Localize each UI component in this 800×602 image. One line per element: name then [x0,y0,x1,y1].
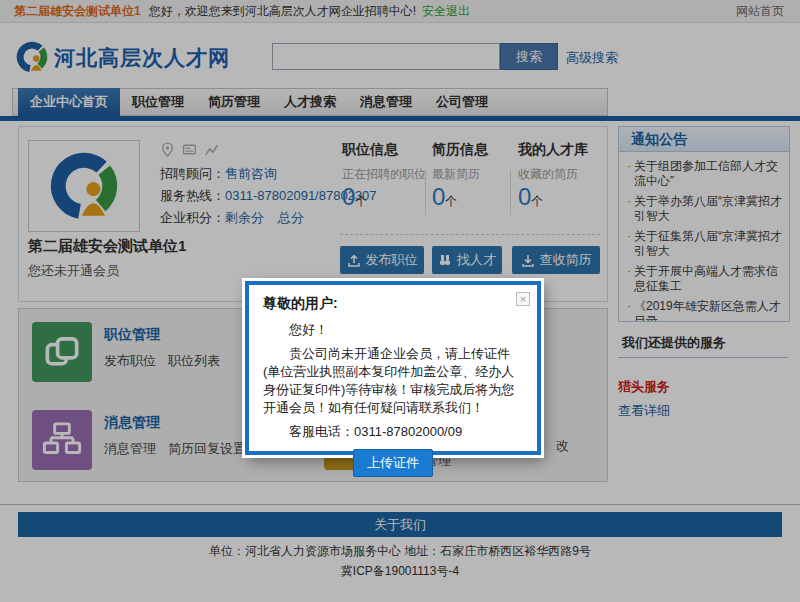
close-icon[interactable]: × [516,292,530,306]
dialog-body-text: 贵公司尚未开通企业会员，请上传证件(单位营业执照副本复印件加盖公章、经办人身份证… [263,345,523,417]
page: 第二届雄安会测试单位1您好，欢迎您来到河北高层次人才网企业招聘中心!安全退出 网… [0,0,800,602]
dialog-phone: 客服电话：0311-87802000/09 [263,423,523,441]
dialog-title: 尊敬的用户: [263,295,523,313]
upload-certificate-button[interactable]: 上传证件 [353,449,433,477]
dialog-greeting: 您好！ [263,321,523,339]
membership-notice-dialog: 尊敬的用户: × 您好！ 贵公司尚未开通企业会员，请上传证件(单位营业执照副本复… [245,281,541,455]
